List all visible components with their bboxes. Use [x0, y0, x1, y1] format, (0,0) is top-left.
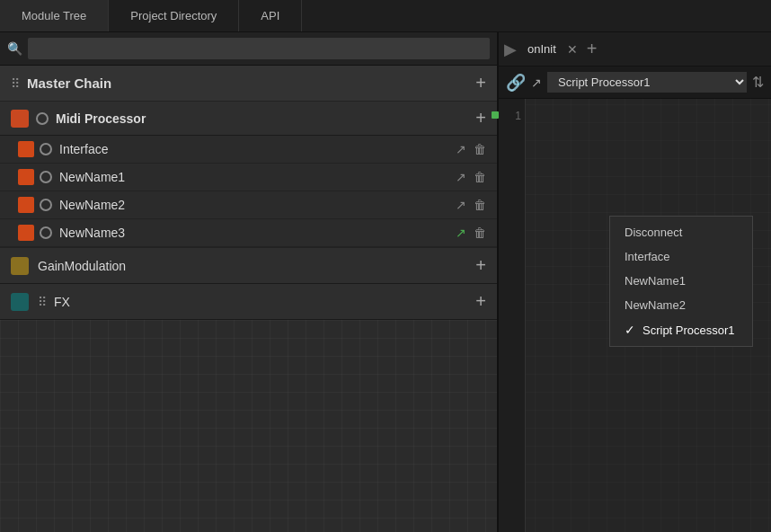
tab-project-directory[interactable]: Project Directory: [109, 0, 239, 31]
newname2-name: NewName2: [59, 198, 456, 212]
newname3-name: NewName3: [59, 226, 456, 240]
right-panel-header: ▶ onInit ✕ +: [499, 32, 771, 66]
play-button[interactable]: ▶: [504, 40, 517, 59]
top-navigation: Module Tree Project Directory API: [0, 0, 771, 32]
list-item: NewName2 ↗ 🗑: [0, 191, 497, 219]
fx-drag-icon: ⠿: [38, 295, 47, 309]
interface-external-link-icon[interactable]: ↗: [456, 142, 466, 156]
newname1-actions: ↗ 🗑: [456, 170, 486, 184]
newname1-name: NewName1: [59, 170, 456, 184]
master-chain-title: Master Chain: [27, 75, 475, 91]
newname2-dot: [40, 199, 52, 211]
right-panel-content: 1 Disconnect Interface NewName1 Ne: [499, 99, 771, 532]
gain-modulation-color: [11, 257, 29, 275]
newname3-external-link-icon[interactable]: ↗: [456, 226, 466, 240]
right-content-area: Disconnect Interface NewName1 NewName2 ✓…: [526, 99, 771, 532]
midi-processor-section: Midi Processor + Interface ↗ 🗑 NewName1 …: [0, 102, 497, 248]
gain-modulation-section[interactable]: GainModulation +: [0, 248, 497, 284]
processor-select[interactable]: Script Processor1: [547, 72, 747, 93]
master-chain-add-button[interactable]: +: [475, 73, 486, 93]
tab-oninit-label: onInit: [522, 42, 562, 56]
newname3-actions: ↗ 🗑: [456, 226, 486, 240]
line-number-1: 1: [502, 106, 521, 126]
left-panel: 🔍 ⠿ Master Chain + Midi Processor + Inte…: [0, 32, 499, 532]
dropdown-item-disconnect-label: Disconnect: [625, 226, 682, 239]
dropdown-item-script-processor1-label: Script Processor1: [642, 324, 735, 337]
dropdown-item-newname1[interactable]: NewName1: [610, 269, 752, 293]
tab-add-button[interactable]: +: [587, 39, 598, 59]
processor-arrows-icon[interactable]: ⇅: [752, 74, 764, 91]
master-chain-header[interactable]: ⠿ Master Chain +: [0, 66, 497, 102]
midi-processor-header[interactable]: Midi Processor +: [0, 102, 497, 136]
list-item: NewName1 ↗ 🗑: [0, 164, 497, 191]
newname3-color: [18, 225, 34, 241]
external-link-icon[interactable]: ↗: [531, 75, 542, 90]
newname1-dot: [40, 171, 52, 183]
interface-dot: [40, 143, 52, 155]
interface-delete-icon[interactable]: 🗑: [474, 142, 486, 156]
fx-section[interactable]: ⠿ FX +: [0, 284, 497, 320]
interface-actions: ↗ 🗑: [456, 142, 486, 156]
api-label: API: [261, 9, 279, 22]
midi-processor-dot: [36, 112, 49, 125]
newname2-actions: ↗ 🗑: [456, 198, 486, 212]
search-bar: 🔍: [0, 32, 497, 66]
newname3-delete-icon[interactable]: 🗑: [474, 226, 486, 240]
newname2-external-link-icon[interactable]: ↗: [456, 198, 466, 212]
interface-color: [18, 141, 34, 157]
dropdown-item-interface-label: Interface: [625, 250, 670, 263]
project-directory-label: Project Directory: [130, 9, 217, 22]
fx-add-button[interactable]: +: [475, 291, 486, 312]
midi-processor-add-button[interactable]: +: [475, 108, 486, 129]
newname3-dot: [40, 226, 52, 239]
gain-modulation-add-button[interactable]: +: [475, 255, 486, 276]
fx-color: [11, 293, 29, 311]
dropdown-item-newname2-label: NewName2: [625, 298, 686, 312]
right-panel-toolbar: 🔗 ↗ Script Processor1 ⇅: [499, 66, 771, 99]
midi-processor-title: Midi Processor: [56, 111, 475, 126]
link-icon: 🔗: [506, 73, 526, 93]
main-area: 🔍 ⠿ Master Chain + Midi Processor + Inte…: [0, 32, 771, 532]
search-icon: 🔍: [7, 41, 22, 56]
right-panel: ▶ onInit ✕ + 🔗 ↗ Script Processor1 ⇅ 1: [499, 32, 771, 532]
line-numbers: 1: [499, 99, 526, 532]
interface-name: Interface: [59, 142, 456, 156]
newname1-color: [18, 169, 34, 185]
newname1-delete-icon[interactable]: 🗑: [474, 170, 486, 184]
search-input[interactable]: [28, 38, 490, 59]
master-chain-drag-icon: ⠿: [11, 76, 20, 91]
fx-title: FX: [54, 295, 475, 309]
tab-close-button[interactable]: ✕: [567, 42, 578, 57]
dropdown-checkmark-icon: ✓: [625, 323, 635, 337]
newname1-external-link-icon[interactable]: ↗: [456, 170, 466, 184]
processor-dropdown-menu: Disconnect Interface NewName1 NewName2 ✓…: [609, 216, 753, 347]
module-tree-label: Module Tree: [22, 9, 86, 22]
tab-module-tree[interactable]: Module Tree: [0, 0, 109, 31]
dropdown-item-interface[interactable]: Interface: [610, 244, 752, 269]
line-indicator-dot: [492, 111, 499, 119]
list-item: NewName3 ↗ 🗑: [0, 219, 497, 247]
newname2-color: [18, 197, 34, 213]
list-item: Interface ↗ 🗑: [0, 136, 497, 164]
dropdown-item-script-processor1[interactable]: ✓ Script Processor1: [610, 317, 752, 342]
midi-processor-color: [11, 110, 29, 128]
dropdown-item-newname1-label: NewName1: [625, 274, 686, 288]
tab-api[interactable]: API: [239, 0, 302, 31]
dropdown-item-newname2[interactable]: NewName2: [610, 293, 752, 317]
gain-modulation-title: GainModulation: [38, 259, 475, 273]
newname2-delete-icon[interactable]: 🗑: [474, 198, 486, 212]
dropdown-item-disconnect[interactable]: Disconnect: [610, 220, 752, 244]
